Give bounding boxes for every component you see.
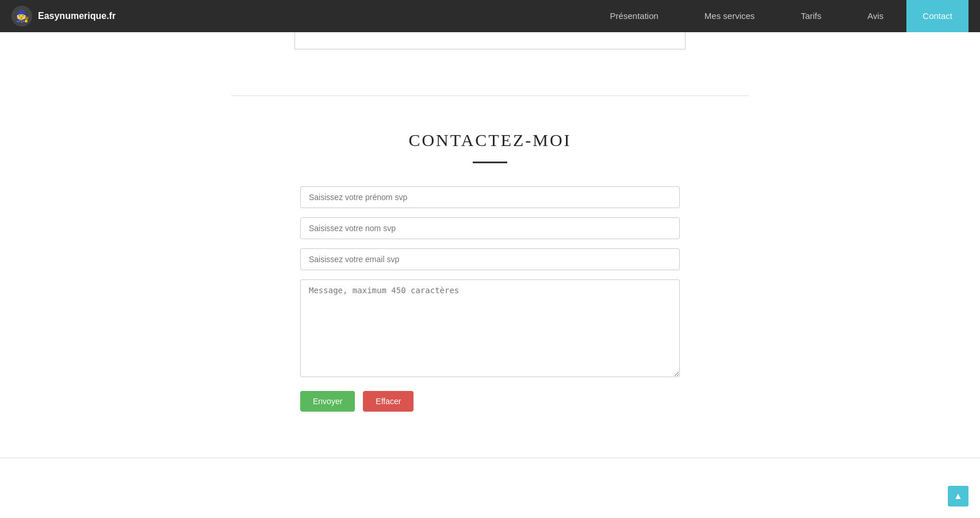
top-section xyxy=(0,32,980,61)
email-input[interactable] xyxy=(300,248,680,270)
firstname-input[interactable] xyxy=(300,186,680,208)
form-buttons: Envoyer Effacer xyxy=(300,391,680,412)
contact-section: CONTACTEZ-MOI Envoyer Effacer xyxy=(289,96,691,458)
nav-link-avis[interactable]: Avis xyxy=(844,0,906,32)
nav-item-avis[interactable]: Avis xyxy=(844,0,906,32)
nav-link-services[interactable]: Mes services xyxy=(682,0,778,32)
clear-button[interactable]: Effacer xyxy=(363,391,414,412)
logo-icon: 🧙 xyxy=(12,6,32,26)
message-textarea[interactable] xyxy=(300,279,680,377)
nav-item-contact[interactable]: Contact xyxy=(906,0,968,32)
firstname-group xyxy=(300,186,680,208)
nav-item-presentation[interactable]: Présentation xyxy=(587,0,682,32)
contact-title: CONTACTEZ-MOI xyxy=(300,131,680,150)
nav-link-tarifs[interactable]: Tarifs xyxy=(778,0,844,32)
nav-item-services[interactable]: Mes services xyxy=(682,0,778,32)
title-underline xyxy=(473,162,507,163)
lastname-group xyxy=(300,217,680,239)
top-box xyxy=(294,32,686,49)
navbar: 🧙 Easynumerique.fr Présentation Mes serv… xyxy=(0,0,980,32)
lastname-input[interactable] xyxy=(300,217,680,239)
nav-link-contact[interactable]: Contact xyxy=(906,0,968,32)
send-button[interactable]: Envoyer xyxy=(300,391,355,412)
nav-link-presentation[interactable]: Présentation xyxy=(587,0,682,32)
brand-name: Easynumerique.fr xyxy=(38,11,116,21)
message-group xyxy=(300,279,680,379)
nav-item-tarifs[interactable]: Tarifs xyxy=(778,0,844,32)
email-group xyxy=(300,248,680,270)
footer xyxy=(0,458,980,475)
nav-menu: Présentation Mes services Tarifs Avis Co… xyxy=(587,0,968,32)
page-wrapper: CONTACTEZ-MOI Envoyer Effacer xyxy=(0,0,980,475)
brand-logo-link[interactable]: 🧙 Easynumerique.fr xyxy=(12,6,116,26)
